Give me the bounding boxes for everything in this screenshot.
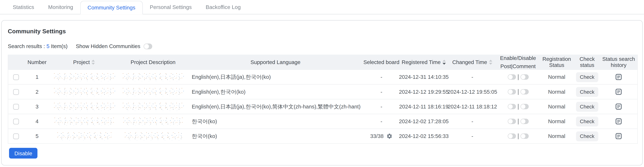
toggle-knob [521,75,525,79]
registered-time: 2024-12-02 17:28:05 [399,118,449,125]
comment-enable-toggle[interactable] [520,104,528,109]
supported-language: English(en),日本語(ja),한국어(ko) [192,73,271,81]
post-enable-toggle[interactable] [508,89,516,94]
registration-status: Normal [548,133,565,139]
table-header-row: NumberProjectProject DescriptionSupporte… [8,55,637,69]
header-select-cell [8,55,24,69]
column-header-desc: Project Description [118,55,188,69]
row-checkbox[interactable] [13,74,19,80]
memo-icon [616,74,622,80]
column-header-board: Selected board [363,55,400,69]
changed-time: - [472,74,473,80]
toggle-separator [518,74,518,80]
comment-enable-toggle[interactable] [520,89,528,94]
project-name-redacted [54,117,114,126]
column-label: Status search [602,56,635,62]
project-name-redacted [53,87,115,96]
toggle-knob [521,119,525,124]
post-enable-toggle[interactable] [508,134,516,139]
row-checkbox[interactable] [13,89,19,95]
tab-statistics[interactable]: Statistics [6,0,41,14]
column-label: Status [549,62,564,68]
selected-board-value: - [380,89,382,95]
sort-icon-project[interactable] [92,59,95,65]
tab-bar: StatisticsMonitoringCommunity SettingsPe… [0,0,644,14]
column-label: Registered Time [402,59,441,65]
project-name-redacted [57,132,112,141]
changed-time: 2024-12-11 18:18:12 [448,103,497,110]
comment-enable-toggle[interactable] [520,119,528,124]
row-number: 4 [36,118,38,125]
sort-icon-reg[interactable] [442,59,446,65]
column-label: Selected board [364,59,400,65]
post-enable-toggle[interactable] [508,119,516,124]
check-button[interactable]: Check [576,72,598,82]
show-hidden-communities-label: Show Hidden Communities [76,43,140,49]
column-header-reg[interactable]: Registered Time [400,55,448,69]
post-enable-toggle[interactable] [508,74,516,80]
toggle-knob [508,104,512,109]
post-enable-toggle[interactable] [508,104,516,109]
check-button[interactable]: Check [576,116,598,126]
search-results-row: Search results : 5 Item(s) Show Hidden C… [8,43,636,49]
status-history-button[interactable] [616,74,622,80]
row-checkbox[interactable] [13,119,19,124]
project-description-redacted [124,132,182,141]
check-button[interactable]: Check [576,87,598,97]
registration-status: Normal [548,118,565,125]
check-button[interactable]: Check [576,102,598,112]
column-label: history [611,62,626,68]
status-history-button[interactable] [616,89,622,95]
column-header-lang: Supported Language [188,55,363,69]
tab-community-settings[interactable]: Community Settings [80,1,143,14]
column-label: Check [580,56,595,62]
board-settings-gear-icon[interactable] [386,133,393,139]
column-label: status [580,62,594,68]
table-row: 5한국어(ko)33/382024-12-02 15:56:33-NormalC… [8,129,637,143]
status-history-button[interactable] [616,103,622,110]
comment-enable-toggle[interactable] [520,134,528,139]
column-header-project[interactable]: Project [50,55,118,69]
column-header-enable: Enable/DisablePost|Comment [497,55,539,69]
row-checkbox[interactable] [13,104,19,110]
tab-backoffice-log[interactable]: Backoffice Log [199,0,248,14]
row-checkbox[interactable] [13,133,19,139]
disable-button[interactable]: Disable [9,148,38,159]
status-history-button[interactable] [616,133,622,139]
supported-language: 한국어(ko) [192,133,217,140]
sort-icon-chg[interactable] [489,59,492,65]
check-button[interactable]: Check [576,131,598,141]
show-hidden-communities-toggle[interactable] [144,43,152,49]
toggle-separator [518,133,518,139]
memo-icon [616,89,622,95]
comment-enable-toggle[interactable] [520,74,528,80]
table-row: 4한국어(ko)-2024-12-02 17:28:05-NormalCheck [8,114,637,129]
column-header-check: Checkstatus [574,55,600,69]
toggle-separator [518,119,518,124]
toggle-knob [521,134,525,138]
toggle-knob [521,90,525,94]
table-body: 1English(en),日本語(ja),한국어(ko)-2024-12-31 … [8,69,637,143]
project-name-redacted [53,73,115,81]
changed-time: - [472,133,473,139]
community-settings-card: Community Settings Search results : 5 It… [1,20,643,165]
selected-board-value: 33/38 [370,133,384,139]
registered-time: 2024-12-12 19:29:55 [399,89,449,95]
column-header-chg[interactable]: Changed Time [448,55,497,69]
table-row: 3English(en),日本語(ja),한국어(ko),简体中文(zh-han… [8,99,637,114]
column-label: Project [73,59,90,65]
toggle-knob [521,104,525,109]
column-label: Changed Time [452,59,487,65]
row-number: 3 [36,103,38,110]
toggle-knob [144,44,149,49]
registration-status: Normal [548,89,565,95]
tab-monitoring[interactable]: Monitoring [41,0,80,14]
project-description-redacted [122,102,184,111]
project-description-redacted [123,117,184,126]
registration-status: Normal [548,103,565,110]
tab-personal-settings[interactable]: Personal Settings [143,0,199,14]
column-label: Number [28,59,47,65]
memo-icon [616,133,622,139]
communities-table: NumberProjectProject DescriptionSupporte… [8,55,638,144]
status-history-button[interactable] [616,118,622,125]
